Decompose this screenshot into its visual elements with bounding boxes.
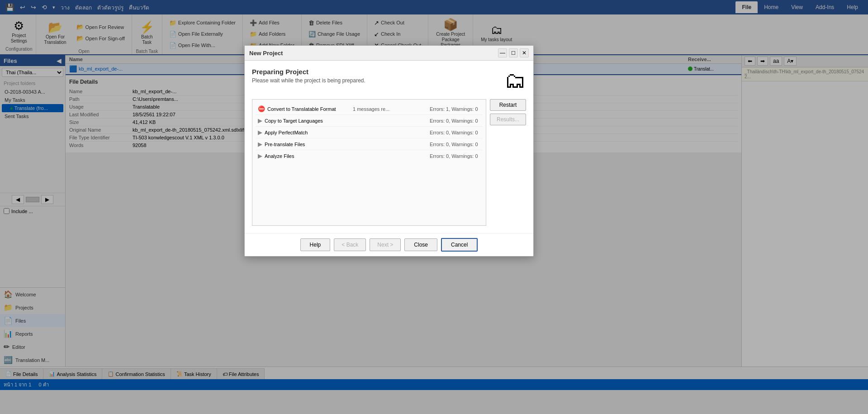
task-status-convert: 1 messages re... — [353, 106, 430, 112]
back-button[interactable]: < Back — [334, 238, 366, 251]
task-result-convert: Errors: 1, Warnings: 0 — [430, 106, 480, 112]
task-result-copy: Errors: 0, Warnings: 0 — [430, 118, 480, 124]
task-result-perfectmatch: Errors: 0, Warnings: 0 — [430, 130, 480, 135]
task-row-perfectmatch: ▶ Apply PerfectMatch Errors: 0, Warnings… — [256, 127, 482, 138]
restart-button[interactable]: Restart — [490, 99, 526, 111]
help-button[interactable]: Help — [300, 238, 331, 251]
task-result-pretranslate: Errors: 0, Warnings: 0 — [430, 142, 480, 147]
task-row-convert: ⛔ Convert to Translatable Format 1 messa… — [256, 103, 482, 115]
modal-body: Preparing Project Please wait while the … — [245, 61, 533, 233]
cancel-button[interactable]: Cancel — [441, 238, 478, 252]
app-container: 💾 ↩ ↪ ⟲ ▾ วาง ตัดลอก ตัวดัดวรูปรู คืนบวร… — [0, 0, 868, 414]
modal-title-text: New Project — [249, 50, 283, 57]
modal-side-buttons: Restart Results... — [490, 99, 526, 226]
task-name-perfectmatch: ▶ Apply PerfectMatch — [258, 129, 353, 136]
task-result-analyze: Errors: 0, Warnings: 0 — [430, 153, 480, 159]
error-icon: ⛔ — [258, 105, 265, 112]
modal-header-row: Preparing Project Please wait while the … — [252, 68, 526, 93]
results-button[interactable]: Results... — [490, 114, 526, 125]
new-project-modal: New Project — ☐ ✕ Preparing Project Plea… — [244, 45, 534, 257]
modal-header-text: Preparing Project Please wait while the … — [252, 68, 499, 84]
task-name-pretranslate: ▶ Pre-translate Files — [258, 141, 353, 148]
modal-minimize-button[interactable]: — — [498, 48, 507, 57]
waiting-icon-4: ▶ — [258, 152, 262, 159]
task-list: ⛔ Convert to Translatable Format 1 messa… — [252, 99, 486, 226]
close-button[interactable]: Close — [404, 238, 437, 251]
modal-overlay: New Project — ☐ ✕ Preparing Project Plea… — [0, 0, 868, 414]
next-button[interactable]: Next > — [370, 238, 401, 251]
task-row-copy: ▶ Copy to Target Languages Errors: 0, Wa… — [256, 115, 482, 127]
task-name-analyze: ▶ Analyze Files — [258, 152, 353, 159]
modal-window-controls: — ☐ ✕ — [498, 48, 529, 57]
waiting-icon-1: ▶ — [258, 117, 262, 124]
modal-close-button[interactable]: ✕ — [520, 48, 529, 57]
modal-preparing-title: Preparing Project — [252, 68, 499, 76]
task-row-pretranslate: ▶ Pre-translate Files Errors: 0, Warning… — [256, 138, 482, 150]
waiting-icon-3: ▶ — [258, 141, 262, 148]
modal-header-icon: 🗂 — [504, 68, 526, 93]
task-name-copy: ▶ Copy to Target Languages — [258, 117, 353, 124]
task-name-convert: ⛔ Convert to Translatable Format — [258, 105, 353, 112]
modal-title-bar: New Project — ☐ ✕ — [245, 46, 533, 61]
modal-task-container: ⛔ Convert to Translatable Format 1 messa… — [252, 99, 526, 226]
modal-maximize-button[interactable]: ☐ — [509, 48, 518, 57]
modal-footer: Help < Back Next > Close Cancel — [245, 233, 533, 256]
task-row-analyze: ▶ Analyze Files Errors: 0, Warnings: 0 — [256, 150, 482, 162]
waiting-icon-2: ▶ — [258, 129, 262, 136]
modal-preparing-desc: Please wait while the project is being p… — [252, 77, 499, 84]
